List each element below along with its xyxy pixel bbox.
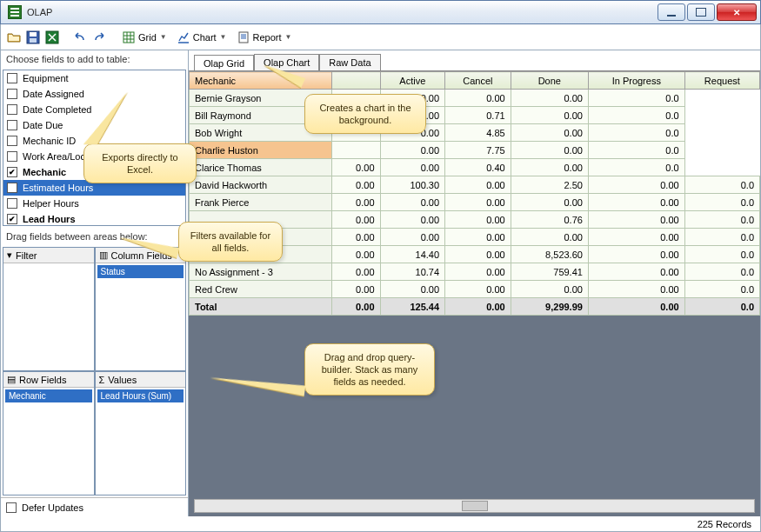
field-list-item[interactable]: Lead Hours xyxy=(3,211,185,226)
report-dropdown[interactable]: Report▼ xyxy=(234,30,296,45)
data-cell[interactable]: 0.00 xyxy=(380,159,445,176)
data-cell[interactable]: 0.00 xyxy=(588,211,684,229)
row-label-cell[interactable]: Red Crew xyxy=(190,281,332,298)
grid-dropdown[interactable]: Grid▼ xyxy=(119,30,170,45)
table-row[interactable]: No Assignment - 30.0010.740.00759.410.00… xyxy=(190,263,760,281)
data-cell[interactable]: 0.00 xyxy=(380,142,445,159)
field-list-item[interactable]: Helper Hours xyxy=(3,196,185,211)
data-cell[interactable]: 0.00 xyxy=(511,281,588,298)
tab-olap-grid[interactable]: Olap Grid xyxy=(194,55,254,71)
defer-updates-checkbox[interactable] xyxy=(6,502,17,513)
table-row[interactable]: Bernie Grayson0.000.000.000.000.0 xyxy=(190,90,760,107)
data-cell[interactable]: 0.0 xyxy=(588,159,684,176)
chart-dropdown[interactable]: Chart▼ xyxy=(174,30,230,45)
table-row[interactable]: Bill Raymond0.000.710.000.0 xyxy=(190,107,760,124)
column-header-cell[interactable]: Request xyxy=(684,72,759,90)
column-header-cell[interactable]: Cancel xyxy=(445,72,511,90)
data-cell[interactable]: 0.00 xyxy=(445,90,511,107)
data-cell[interactable]: 0.00 xyxy=(332,263,380,281)
data-cell[interactable]: 0.00 xyxy=(445,246,511,263)
data-cell[interactable]: 0.00 xyxy=(332,246,380,263)
data-cell[interactable]: 0.00 xyxy=(588,246,684,263)
data-cell[interactable]: 0.0 xyxy=(588,142,684,159)
data-cell[interactable]: 0.0 xyxy=(684,194,759,211)
data-cell[interactable]: 0.00 xyxy=(445,194,511,211)
save-icon[interactable] xyxy=(25,30,41,45)
data-cell[interactable]: 0.0 xyxy=(588,107,684,124)
data-cell[interactable]: 0.00 xyxy=(332,176,380,194)
column-header-cell[interactable]: Done xyxy=(511,72,588,90)
open-icon[interactable] xyxy=(6,30,22,45)
row-label-cell[interactable]: David Hackworth xyxy=(190,176,332,194)
olap-grid[interactable]: MechanicActiveCancelDoneIn ProgressReque… xyxy=(189,71,760,316)
field-checkbox[interactable] xyxy=(7,73,17,83)
field-list-item[interactable]: Equipment xyxy=(3,70,185,86)
data-cell[interactable]: 0.00 xyxy=(511,159,588,176)
data-cell[interactable]: 7.75 xyxy=(445,142,511,159)
field-checkbox[interactable] xyxy=(7,183,17,193)
area-field-pill[interactable]: Mechanic xyxy=(5,389,92,402)
data-cell[interactable]: 759.41 xyxy=(511,263,588,281)
row-label-cell[interactable]: No Assignment - 3 xyxy=(190,263,332,281)
data-cell[interactable]: 10.74 xyxy=(380,263,445,281)
data-cell[interactable]: 0.00 xyxy=(445,281,511,298)
tab-raw-data[interactable]: Raw Data xyxy=(319,54,380,70)
field-checkbox[interactable] xyxy=(7,89,17,99)
data-cell[interactable]: 0.00 xyxy=(445,263,511,281)
filter-area[interactable]: ▾Filter xyxy=(3,247,95,371)
field-list-item[interactable]: Date Assigned xyxy=(3,86,185,102)
data-cell[interactable]: 8,523.60 xyxy=(511,246,588,263)
maximize-button[interactable] xyxy=(687,3,715,21)
row-fields-area[interactable]: ▤Row Fields Mechanic xyxy=(3,371,95,495)
scrollbar-thumb[interactable] xyxy=(462,501,488,511)
redo-icon[interactable] xyxy=(91,30,107,45)
field-checkbox[interactable] xyxy=(7,136,17,146)
data-cell[interactable]: 0.00 xyxy=(445,211,511,229)
data-cell[interactable]: 0.00 xyxy=(511,229,588,246)
column-fields-area[interactable]: ▥Column Fields Status xyxy=(95,247,187,371)
data-cell[interactable]: 14.40 xyxy=(380,246,445,263)
field-list-item[interactable]: Date Completed xyxy=(3,102,185,117)
data-cell[interactable]: 0.00 xyxy=(332,159,380,176)
table-row[interactable]: Frank Pierce0.000.000.000.000.000.0 xyxy=(190,194,760,211)
data-cell[interactable]: 100.30 xyxy=(380,176,445,194)
data-cell[interactable]: 0.00 xyxy=(445,229,511,246)
data-cell[interactable]: 0.0 xyxy=(684,211,759,229)
data-cell[interactable]: 0.0 xyxy=(684,246,759,263)
data-cell[interactable]: 4.85 xyxy=(445,124,511,142)
data-cell[interactable]: 0.0 xyxy=(684,229,759,246)
data-cell[interactable]: 0.00 xyxy=(511,194,588,211)
area-field-pill[interactable]: Status xyxy=(97,265,184,278)
column-header-cell[interactable]: In Progress xyxy=(588,72,684,90)
data-cell[interactable]: 2.50 xyxy=(511,176,588,194)
data-cell[interactable]: 0.0 xyxy=(588,90,684,107)
undo-icon[interactable] xyxy=(72,30,88,45)
data-cell[interactable]: 0.71 xyxy=(445,107,511,124)
data-cell[interactable]: 0.00 xyxy=(380,194,445,211)
data-cell[interactable]: 0.00 xyxy=(380,229,445,246)
table-row[interactable]: Clarice Thomas0.000.000.400.000.0 xyxy=(190,159,760,176)
horizontal-scrollbar[interactable] xyxy=(194,499,755,513)
data-cell[interactable]: 0.00 xyxy=(332,281,380,298)
table-row[interactable]: David Hackworth0.00100.300.002.500.000.0 xyxy=(190,176,760,194)
data-cell[interactable]: 0.00 xyxy=(588,176,684,194)
export-excel-icon[interactable] xyxy=(44,30,60,45)
defer-updates-row[interactable]: Defer Updates xyxy=(1,497,188,516)
row-label-cell[interactable]: Frank Pierce xyxy=(190,194,332,211)
column-header-cell[interactable] xyxy=(332,72,380,90)
row-label-cell[interactable]: Clarice Thomas xyxy=(190,159,332,176)
field-checkbox[interactable] xyxy=(7,214,17,224)
field-checkbox[interactable] xyxy=(7,198,17,209)
data-cell[interactable]: 0.00 xyxy=(588,229,684,246)
data-cell[interactable]: 0.00 xyxy=(588,263,684,281)
data-cell[interactable]: 0.0 xyxy=(684,263,759,281)
values-area[interactable]: ΣValues Lead Hours (Sum) xyxy=(95,371,187,495)
row-header-cell[interactable]: Mechanic xyxy=(190,72,332,90)
table-row[interactable]: Red Crew0.000.000.000.000.000.0 xyxy=(190,281,760,298)
data-cell[interactable]: 0.0 xyxy=(684,176,759,194)
data-cell[interactable]: 0.00 xyxy=(445,176,511,194)
column-header-cell[interactable]: Active xyxy=(380,72,445,90)
data-cell[interactable]: 0.76 xyxy=(511,211,588,229)
data-cell[interactable]: 0.00 xyxy=(588,281,684,298)
data-cell[interactable]: 0.00 xyxy=(380,281,445,298)
